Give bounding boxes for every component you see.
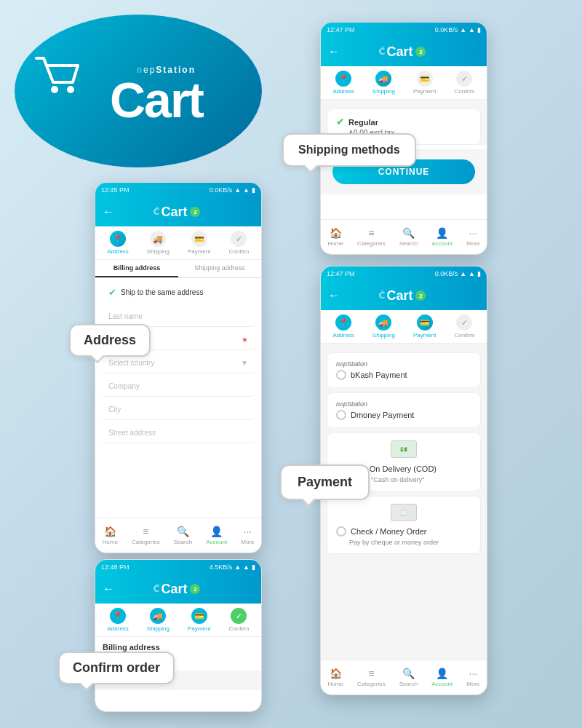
shipping-nav-account[interactable]: 👤Account xyxy=(431,227,453,247)
dmoney-radio xyxy=(336,410,346,420)
payment-nav-search[interactable]: 🔍Search xyxy=(399,668,418,687)
payment-progress-steps: 📍 Address 🚚 Shipping 💳 Payment ✓ Confirm xyxy=(321,310,487,344)
step-shipping-icon: 🚚 xyxy=(150,231,166,247)
confirm-status-time: 12:48 PM xyxy=(101,563,129,571)
shipping-data-speed: 0.0KB/s xyxy=(435,26,458,33)
payment-bottom-nav: 🏠Home ≡Categories 🔍Search 👤Account ···Mo… xyxy=(321,660,487,695)
nav-account[interactable]: 👤Account xyxy=(206,526,227,545)
shipping-signal-icon: ▲ xyxy=(460,26,466,33)
address-header-title: C̈ Cart 2 xyxy=(154,205,201,220)
confirm-wifi-icon: ▲ xyxy=(243,563,250,571)
shipping-step-address: 📍 Address xyxy=(332,71,354,95)
bkash-radio xyxy=(336,370,346,380)
payment-step-shipping: 🚚 Shipping xyxy=(372,314,395,339)
shipping-step-confirm: ✓ Confirm xyxy=(454,71,474,95)
payment-back-button[interactable]: ← xyxy=(328,289,340,302)
confirm-step-confirm: ✓ Confirm xyxy=(228,608,249,632)
shipping-step-shipping: 🚚 Shipping xyxy=(372,71,395,95)
check-name: Check / Money Order xyxy=(336,526,471,537)
callout-confirm: Confirm order xyxy=(58,652,175,684)
address-progress-steps: 📍 Address 🚚 Shipping 💳 Payment ✓ Confirm xyxy=(95,226,261,260)
shipping-status-bar: 12:47 PM 0.0KB/s ▲ ▲ ▮ xyxy=(321,23,487,37)
payment-methods-container: nopStation bKash Payment nopStation Dmon… xyxy=(321,344,487,664)
address-app-header: ← C̈ Cart 2 xyxy=(95,197,261,226)
nav-home[interactable]: 🏠Home xyxy=(103,526,118,545)
payment-app-header: ← C̈ Cart 2 xyxy=(321,281,487,310)
step-payment: 💳 Payment xyxy=(188,231,211,255)
payment-method-dmoney[interactable]: nopStation Dmoney Payment xyxy=(327,392,481,428)
confirm-back-button[interactable]: ← xyxy=(103,582,114,596)
step-confirm-icon: ✓ xyxy=(231,231,247,247)
form-street[interactable]: Street address xyxy=(101,423,255,443)
payment-nav-more[interactable]: ···More xyxy=(466,668,479,687)
address-status-time: 12:45 PM xyxy=(101,186,129,194)
step-address: 📍 Address xyxy=(107,231,128,255)
confirm-status-icons: 4.5KB/s ▲ ▲ ▮ xyxy=(210,563,255,571)
payment-step-payment: 💳 Payment xyxy=(413,314,436,339)
confirm-step-shipping: 🚚 Shipping xyxy=(147,608,170,632)
dmoney-brand: nopStation xyxy=(336,400,471,408)
payment-method-bkash[interactable]: nopStation bKash Payment xyxy=(327,352,481,388)
payment-nav-account[interactable]: 👤Account xyxy=(431,668,453,687)
phone-address: 12:45 PM 0.0KB/s ▲ ▲ ▮ ← C̈ Cart 2 📍 Add… xyxy=(95,182,262,553)
tab-billing-address[interactable]: Billing address xyxy=(95,260,178,277)
shipping-back-button[interactable]: ← xyxy=(328,45,340,58)
shipping-app-header: ← C̈ Cart 2 xyxy=(321,37,487,66)
cart-logo-icon xyxy=(33,55,80,95)
shipping-step-confirm-icon: ✓ xyxy=(456,71,472,87)
shipping-nav-categories[interactable]: ≡Categories xyxy=(357,227,386,247)
confirm-header-title: C̈ Cart 2 xyxy=(154,582,201,597)
ship-same-checkbox-row[interactable]: ✔ Ship to the same address xyxy=(101,281,255,304)
nav-more[interactable]: ···More xyxy=(241,526,254,545)
shipping-progress-steps: 📍 Address 🚚 Shipping 💳 Payment ✓ Confirm xyxy=(321,66,487,100)
confirm-signal-icon: ▲ xyxy=(234,563,241,571)
callout-payment: Payment xyxy=(280,464,370,500)
tab-shipping-address[interactable]: Shipping address xyxy=(178,260,261,277)
form-company[interactable]: Company xyxy=(101,376,255,397)
battery-icon: ▮ xyxy=(252,186,255,194)
confirm-cart-badge: 2 xyxy=(190,584,200,594)
payment-header-title: C̈ Cart 2 xyxy=(379,288,426,304)
step-address-icon: 📍 xyxy=(110,231,126,247)
svg-point-0 xyxy=(51,86,58,93)
address-cart-badge: 2 xyxy=(190,207,200,217)
brand-circle: nepStation Cart xyxy=(15,15,262,167)
shipping-nav-search[interactable]: 🔍Search xyxy=(399,227,418,247)
payment-signal-icon: ▲ xyxy=(460,270,466,277)
callout-address: Address xyxy=(69,324,151,357)
bkash-brand: nopStation xyxy=(336,360,471,368)
ship-same-checkmark: ✔ xyxy=(108,287,116,298)
step-confirm: ✓ Confirm xyxy=(228,231,249,255)
header-c-icon: C̈ xyxy=(154,207,160,217)
shipping-nav-home[interactable]: 🏠Home xyxy=(328,227,343,247)
phone-confirm: 12:48 PM 4.5KB/s ▲ ▲ ▮ ← C̈ Cart 2 📍 Add… xyxy=(95,559,262,712)
payment-nav-categories[interactable]: ≡Categories xyxy=(357,668,386,687)
callout-shipping: Shipping methods xyxy=(282,133,416,167)
form-city[interactable]: City xyxy=(101,400,255,420)
wifi-icon: ▲ xyxy=(243,186,250,194)
svg-point-1 xyxy=(67,86,74,93)
check-sub: Pay by cheque or money order xyxy=(336,539,471,546)
payment-step-address: 📍 Address xyxy=(332,314,354,339)
shipping-step-payment-icon: 💳 xyxy=(417,71,433,87)
check-radio xyxy=(336,526,346,537)
payment-method-check[interactable]: 🧾 Check / Money Order Pay by cheque or m… xyxy=(327,496,481,554)
check-icon: 🧾 xyxy=(391,504,417,521)
shipping-bottom-nav: 🏠Home ≡Categories 🔍Search 👤Account ···Mo… xyxy=(321,219,487,254)
shipping-nav-more[interactable]: ···More xyxy=(466,227,479,247)
shipping-wifi-icon: ▲ xyxy=(469,26,475,33)
nav-categories[interactable]: ≡Categories xyxy=(132,526,160,545)
shipping-header-c: C̈ xyxy=(379,47,386,57)
nav-search[interactable]: 🔍Search xyxy=(174,526,192,545)
confirm-step-payment: 💳 Payment xyxy=(188,608,211,632)
payment-status-time: 12:47 PM xyxy=(327,270,355,277)
payment-nav-home[interactable]: 🏠Home xyxy=(328,668,343,687)
address-back-button[interactable]: ← xyxy=(103,205,114,218)
address-status-bar: 12:45 PM 0.0KB/s ▲ ▲ ▮ xyxy=(95,183,261,197)
brand-cart-text: Cart xyxy=(73,75,203,124)
shipping-header-title: C̈ Cart 2 xyxy=(379,44,426,60)
bkash-name: bKash Payment xyxy=(336,370,471,380)
shipping-cart-badge: 2 xyxy=(415,47,426,57)
brand-area: nepStation Cart xyxy=(15,15,276,175)
payment-battery-icon: ▮ xyxy=(477,270,481,277)
